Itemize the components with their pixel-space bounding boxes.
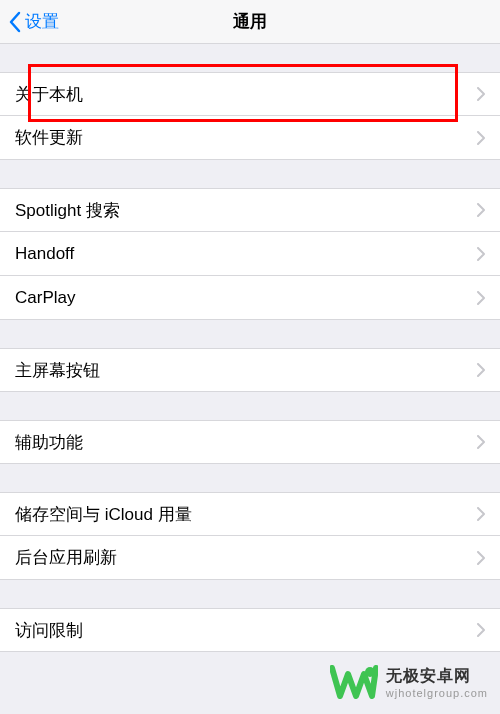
chevron-right-icon: [477, 551, 485, 565]
row-software-update[interactable]: 软件更新: [0, 116, 500, 160]
chevron-right-icon: [477, 87, 485, 101]
row-label: 关于本机: [15, 83, 477, 106]
row-spotlight[interactable]: Spotlight 搜索: [0, 188, 500, 232]
back-label: 设置: [25, 10, 59, 33]
page-title: 通用: [0, 10, 500, 33]
row-carplay[interactable]: CarPlay: [0, 276, 500, 320]
chevron-right-icon: [477, 435, 485, 449]
watermark-sub: wjhotelgroup.com: [386, 687, 488, 699]
watermark-title: 无极安卓网: [386, 666, 488, 687]
chevron-right-icon: [477, 623, 485, 637]
nav-bar: 设置 通用: [0, 0, 500, 44]
row-label: Handoff: [15, 244, 477, 264]
watermark: 无极安卓网 wjhotelgroup.com: [330, 662, 488, 702]
row-label: 软件更新: [15, 126, 477, 149]
row-label: 辅助功能: [15, 431, 477, 454]
row-home-button[interactable]: 主屏幕按钮: [0, 348, 500, 392]
row-label: 储存空间与 iCloud 用量: [15, 503, 477, 526]
row-label: 访问限制: [15, 619, 477, 642]
row-storage-icloud[interactable]: 储存空间与 iCloud 用量: [0, 492, 500, 536]
chevron-right-icon: [477, 131, 485, 145]
chevron-right-icon: [477, 247, 485, 261]
row-handoff[interactable]: Handoff: [0, 232, 500, 276]
chevron-right-icon: [477, 363, 485, 377]
watermark-logo-icon: [330, 662, 378, 702]
settings-list: 关于本机软件更新Spotlight 搜索HandoffCarPlay主屏幕按钮辅…: [0, 44, 500, 652]
row-label: 主屏幕按钮: [15, 359, 477, 382]
row-label: Spotlight 搜索: [15, 199, 477, 222]
row-label: CarPlay: [15, 288, 477, 308]
back-button[interactable]: 设置: [0, 10, 59, 33]
svg-point-0: [365, 667, 375, 677]
row-label: 后台应用刷新: [15, 546, 477, 569]
chevron-right-icon: [477, 507, 485, 521]
row-restrictions[interactable]: 访问限制: [0, 608, 500, 652]
row-accessibility[interactable]: 辅助功能: [0, 420, 500, 464]
row-about[interactable]: 关于本机: [0, 72, 500, 116]
chevron-left-icon: [8, 11, 21, 33]
chevron-right-icon: [477, 291, 485, 305]
chevron-right-icon: [477, 203, 485, 217]
row-background-refresh[interactable]: 后台应用刷新: [0, 536, 500, 580]
